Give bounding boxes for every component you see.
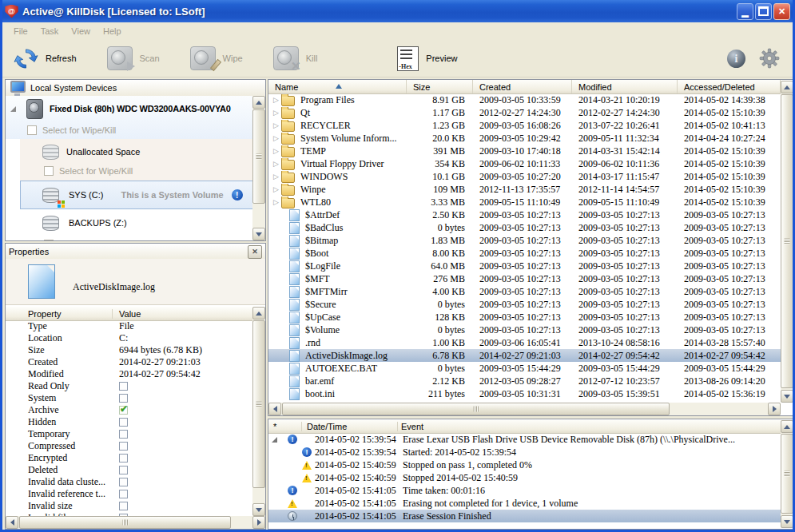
wipe-kill-checkbox[interactable] [44,166,54,176]
expand-arrow-icon[interactable] [273,173,281,181]
file-row[interactable]: $MFTMirr 4.00 KB 2009-03-05 10:27:13 200… [268,285,781,298]
scroll-up-button[interactable] [781,81,793,93]
properties-horizontal-scrollbar[interactable] [6,516,265,529]
property-row[interactable]: Hidden [6,416,252,428]
menu-help[interactable]: Help [97,25,128,38]
property-checkbox[interactable] [119,490,128,498]
maximize-button[interactable] [755,3,772,20]
file-row[interactable]: Qt 1.17 GB 2012-02-27 14:24:30 2012-02-2… [268,106,781,119]
about-info-icon[interactable] [727,50,745,68]
file-row[interactable]: TEMP 391 MB 2009-03-10 17:40:18 2014-03-… [268,145,781,157]
star-column-header[interactable]: * [268,422,302,431]
close-button[interactable]: ✕ [773,3,790,20]
scroll-down-button[interactable] [252,503,265,516]
expand-arrow-icon[interactable] [273,198,281,206]
wipe-kill-checkbox[interactable] [27,125,37,135]
modified-column-header[interactable]: Modified [572,80,678,93]
tree-expand-triangle-icon[interactable] [10,106,16,112]
scroll-thumb[interactable] [19,516,231,529]
preview-button[interactable]: Preview [392,44,462,73]
expand-arrow-icon[interactable] [273,160,281,168]
tree-item-fixed-disk[interactable]: Fixed Disk (80h) WDC WD3200AAKS-00VYA0 [26,98,231,119]
event-row[interactable]: 2014-05-02 15:41:05 Erase Session Finish… [268,510,781,522]
minimize-button[interactable]: ▬ [737,3,753,20]
file-row[interactable]: System Volume Inform... 20.0 KB 2009-03-… [268,132,781,145]
file-row[interactable]: $Bitmap 1.83 MB 2009-03-05 10:27:13 2009… [268,234,781,247]
property-checkbox[interactable] [119,454,128,463]
file-row[interactable]: .rnd 1.00 KB 2009-03-06 16:05:41 2013-10… [268,336,781,349]
scroll-down-button[interactable] [252,228,265,240]
scroll-thumb[interactable] [781,434,793,514]
property-row[interactable]: Location C: [6,332,252,344]
event-row[interactable]: 2014-05-02 15:40:59 Stopped 2014-05-02 1… [268,471,781,484]
event-row[interactable]: 2014-05-02 15:41:05 Erasing not complete… [268,497,781,510]
file-row[interactable]: $UpCase 128 KB 2009-03-05 10:27:13 2009-… [268,311,781,324]
file-row[interactable]: Winpe 109 MB 2012-11-13 17:35:57 2012-11… [268,183,781,196]
expand-arrow-icon[interactable] [273,121,281,129]
file-row[interactable]: RECYCLER 1.23 GB 2009-03-05 16:08:26 201… [268,119,781,132]
scroll-right-button[interactable] [252,516,265,529]
property-row[interactable]: Deleted [6,464,252,476]
property-checkbox[interactable] [119,478,128,486]
files-vertical-scrollbar[interactable] [781,81,793,403]
file-row[interactable]: $BadClus 0 bytes 2009-03-05 10:27:13 200… [268,221,781,234]
file-row[interactable]: Virtual Floppy Driver 354 KB 2009-06-02 … [268,157,781,170]
scroll-thumb[interactable] [781,94,793,388]
property-row[interactable]: Type File [6,320,252,332]
event-row[interactable]: 2014-05-02 15:39:54 Started: 2014-05-02 … [268,446,781,459]
file-row[interactable]: $AttrDef 2.50 KB 2009-03-05 10:27:13 200… [268,208,781,221]
created-column-header[interactable]: Created [473,80,572,93]
scan-button[interactable]: Scan [102,44,165,73]
file-row[interactable]: $Boot 8.00 KB 2009-03-05 10:27:13 2009-0… [268,247,781,260]
property-row[interactable]: Encrypted [6,452,252,464]
file-row[interactable]: AUTOEXEC.BAT 0 bytes 2009-03-05 15:44:29… [268,362,781,375]
tree-item-backups-z[interactable]: BACKUPS (Z:) [42,215,127,231]
file-row[interactable]: Program Files 8.91 GB 2009-03-05 10:33:5… [268,93,781,106]
scroll-thumb[interactable] [252,109,265,204]
file-row[interactable]: boot.ini 211 bytes 2009-03-05 10:31:31 2… [268,387,781,400]
event-row[interactable]: 2014-05-02 15:40:59 Stopped on pass 1, c… [268,459,781,471]
property-row[interactable]: Temporary [6,428,252,440]
property-row[interactable]: Invalid size [6,500,252,512]
scroll-right-button[interactable] [768,403,781,415]
accessed-column-header[interactable]: Accessed/Deleted [678,80,781,93]
kill-button[interactable]: ✕ Kill [268,44,323,73]
file-row[interactable]: WINDOWS 10.1 GB 2009-03-05 10:27:20 2014… [268,170,781,183]
event-row[interactable]: 2014-05-02 15:39:54 Erase Lexar USB Flas… [268,433,781,446]
expand-arrow-icon[interactable] [273,109,281,117]
settings-gear-icon[interactable] [759,48,780,69]
property-row[interactable]: Size 6944 bytes (6.78 KB) [6,344,252,356]
tree-checkbox-unallocated[interactable]: Select for Wipe/Kill [44,165,133,177]
property-checkbox[interactable] [119,394,128,403]
wipe-kill-checkbox[interactable] [44,240,54,241]
file-row[interactable]: $LogFile 64.0 MB 2009-03-05 10:27:13 200… [268,260,781,272]
properties-vertical-scrollbar[interactable] [252,307,265,516]
file-row[interactable]: WTL80 3.33 MB 2009-05-15 11:10:49 2009-0… [268,196,781,208]
expand-arrow-icon[interactable] [273,134,281,142]
property-row[interactable]: Modified 2014-02-27 09:54:42 [6,368,252,380]
property-checkbox[interactable] [119,502,128,510]
name-column-header[interactable]: Name [268,80,407,93]
scroll-up-button[interactable] [252,96,265,109]
tree-checkbox-backups[interactable]: Select for Wipe/Kill [44,238,133,241]
properties-close-button[interactable]: ✕ [248,245,262,259]
scroll-down-button[interactable] [781,390,793,403]
menu-task[interactable]: Task [34,25,66,38]
event-row[interactable]: 2014-05-02 15:41:05 Time taken: 00:01:16 [268,484,781,497]
expand-arrow-icon[interactable] [273,147,281,155]
property-checkbox[interactable] [119,466,128,474]
scroll-up-button[interactable] [252,307,265,320]
scroll-left-button[interactable] [6,516,18,529]
scroll-thumb[interactable] [282,403,670,415]
property-row[interactable]: Compressed [6,440,252,452]
file-row[interactable]: bar.emf 2.12 KB 2012-03-05 09:28:27 2012… [268,375,781,387]
datetime-column-header[interactable]: Date/Time [302,422,398,431]
tree-item-sys-c[interactable]: SYS (C:) This is a System Volume ! [42,187,248,203]
property-column-header[interactable]: Property [6,309,113,319]
file-row[interactable]: $Secure 0 bytes 2009-03-05 10:27:13 2009… [268,298,781,311]
property-checkbox[interactable] [119,442,128,451]
size-column-header[interactable]: Size [407,80,473,93]
property-checkbox[interactable] [119,382,128,391]
file-row[interactable]: $Volume 0 bytes 2009-03-05 10:27:13 2009… [268,324,781,336]
scroll-up-button[interactable] [781,420,793,433]
